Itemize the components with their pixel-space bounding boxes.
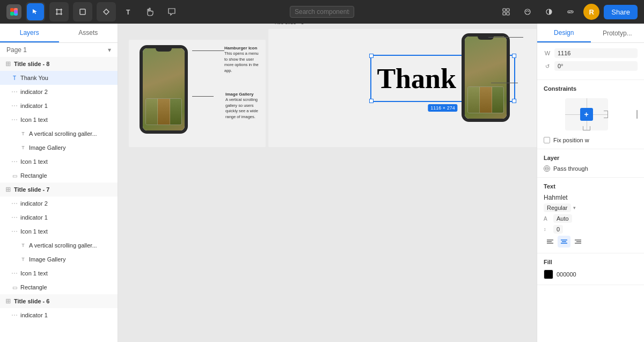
layer-vertical-2[interactable]: T A vertical scrolling galler... — [0, 238, 118, 252]
icon-dots-c: ⋯ — [11, 228, 18, 235]
frame-icon: ⊞ — [4, 60, 12, 68]
layer-title-slide-6[interactable]: ⊞ Title slide - 6 — [0, 294, 118, 308]
fix-position-checkbox[interactable] — [544, 137, 550, 143]
layer-icon-1-text-d[interactable]: ⋯ Icon 1 text — [0, 266, 118, 280]
pen-tool-btn[interactable] — [98, 3, 115, 20]
svg-rect-16 — [503, 9, 506, 11]
fill-color-swatch[interactable] — [544, 270, 553, 279]
layer-thank-you-label: Thank You — [20, 75, 113, 81]
phone-mockup-right — [462, 33, 510, 122]
svg-rect-5 — [57, 10, 61, 14]
hamburger-desc-left: This opens a menu to show the user more … — [224, 51, 262, 74]
width-value[interactable]: 1116 — [554, 48, 638, 58]
layer-image-gallery-2[interactable]: T Image Gallery — [0, 252, 118, 266]
layer-indicator-2b-label: indicator 2 — [20, 200, 113, 207]
tab-design[interactable]: Design — [537, 24, 591, 42]
tab-prototype[interactable]: Prototyp... — [591, 24, 645, 42]
layer-icon-1-text-a[interactable]: ⋯ Icon 1 text — [0, 113, 118, 127]
theme-icon[interactable] — [540, 3, 558, 20]
dots-icon-2b: ⋯ — [11, 200, 18, 207]
chevron-down-icon[interactable]: ▾ — [108, 46, 111, 54]
pass-through-label[interactable]: Pass through — [553, 165, 588, 172]
layer-blend-icon — [544, 165, 550, 172]
text-tool-btn[interactable]: T — [120, 3, 137, 20]
layer-title-6-label: Title slide - 6 — [14, 298, 113, 304]
logo-icon[interactable] — [6, 4, 21, 19]
layer-icon-1-text-b[interactable]: ⋯ Icon 1 text — [0, 155, 118, 169]
layer-image-gallery-1[interactable]: T Image Gallery — [0, 141, 118, 155]
layer-vertical-1[interactable]: T A vertical scrolling galler... — [0, 127, 118, 141]
right-panel-tabs: Design Prototyp... — [537, 24, 644, 43]
svg-point-20 — [525, 9, 530, 14]
fill-color-code[interactable]: 000000 — [557, 271, 576, 278]
constraints-grid: + — [565, 98, 608, 130]
slide-frame-1: Hamburger Icon This opens a menu to show… — [129, 40, 266, 147]
layer-rectangle-2[interactable]: ▭ Rectangle — [0, 280, 118, 294]
layer-row: Pass through — [544, 165, 638, 172]
frame-tool-btn[interactable] — [50, 3, 68, 20]
align-center-btn[interactable] — [558, 236, 570, 248]
share-button[interactable]: Share — [604, 5, 638, 19]
layer-indicator-2b[interactable]: ⋯ indicator 2 — [0, 197, 118, 210]
constraints-title: Constraints — [544, 85, 638, 92]
align-right-btn[interactable] — [572, 236, 584, 248]
line-height-row: ↕ 0 — [544, 225, 638, 234]
mask-icon[interactable] — [519, 3, 536, 20]
icon-dots-b: ⋯ — [11, 158, 18, 165]
layer-indicator-2[interactable]: ⋯ indicator 2 — [0, 85, 118, 99]
layer-rectangle-1[interactable]: ▭ Rectangle — [0, 169, 118, 183]
toolbar-left: T — [6, 2, 180, 21]
rect-icon-1: ▭ — [11, 172, 18, 179]
user-avatar[interactable]: R — [583, 4, 599, 20]
layer-title-slide-7[interactable]: ⊞ Title slide - 7 — [0, 183, 118, 197]
rotation-label: ↺ — [544, 63, 551, 69]
icon-dots-d: ⋯ — [11, 270, 18, 277]
layer-vertical-2-label: A vertical scrolling galler... — [29, 242, 113, 249]
text-icon-v2: T — [19, 242, 27, 249]
line-height-value[interactable]: 0 — [553, 225, 563, 234]
toolbar: T — [0, 0, 644, 24]
fill-row: 000000 — [544, 270, 638, 279]
layer-indicator-1b[interactable]: ⋯ indicator 1 — [0, 210, 118, 224]
layer-icon-1-text-c[interactable]: ⋯ Icon 1 text — [0, 224, 118, 238]
pen-tools — [97, 2, 116, 21]
svg-point-4 — [14, 10, 18, 14]
tab-layers[interactable]: Layers — [0, 24, 59, 42]
move-tool-btn[interactable] — [27, 3, 44, 20]
dimensions-section: W 1116 ↺ 0° — [537, 43, 644, 80]
link-icon[interactable] — [562, 3, 579, 20]
font-size-value[interactable]: Auto — [553, 214, 572, 223]
chevron-down-icon-style: ▾ — [573, 205, 576, 210]
svg-text:T: T — [126, 9, 130, 16]
component-icon[interactable] — [497, 3, 515, 20]
shape-tool-btn[interactable] — [74, 3, 91, 20]
hamburger-title-left: Hamburger Icon — [224, 45, 262, 51]
search-input[interactable] — [290, 6, 354, 18]
toolbar-center — [290, 6, 354, 18]
image-gallery-left-label: Image Gallery — [225, 91, 263, 97]
hand-tool-btn[interactable] — [142, 3, 159, 20]
frame-icon-7: ⊞ — [4, 186, 12, 193]
font-style-badge[interactable]: Regular — [544, 203, 571, 212]
layer-image-gallery-1-label: Image Gallery — [29, 144, 113, 151]
main-layout: Layers Assets Page 1 ▾ ⊞ Title slide - 8… — [0, 24, 644, 342]
layer-indicator-1[interactable]: ⋯ indicator 1 — [0, 99, 118, 113]
fix-position-label: Fix position w — [553, 137, 589, 143]
tab-assets[interactable]: Assets — [59, 24, 118, 42]
rotation-value[interactable]: 0° — [554, 61, 638, 71]
layer-title-slide-8[interactable]: ⊞ Title slide - 8 — [0, 57, 118, 71]
width-label: W — [544, 50, 551, 56]
constraints-section: Constraints + Fix position w — [537, 80, 644, 149]
constraints-center: + — [580, 108, 593, 121]
line-height-label: ↕ — [544, 227, 551, 232]
layer-thank-you[interactable]: T Thank You — [0, 71, 118, 85]
layer-indicator-1c[interactable]: ⋯ indicator 1 — [0, 308, 118, 322]
font-style-row: Regular ▾ — [544, 203, 638, 212]
canvas-area: Hamburger Icon This opens a menu to show… — [118, 24, 537, 342]
align-left-btn[interactable] — [544, 236, 557, 248]
font-name[interactable]: Hahmlet — [544, 194, 638, 201]
svg-rect-14 — [80, 9, 85, 14]
comment-tool-btn[interactable] — [163, 3, 180, 20]
layer-indicator-2-label: indicator 2 — [20, 89, 113, 95]
layer-icon-1-text-a-label: Icon 1 text — [20, 117, 113, 123]
